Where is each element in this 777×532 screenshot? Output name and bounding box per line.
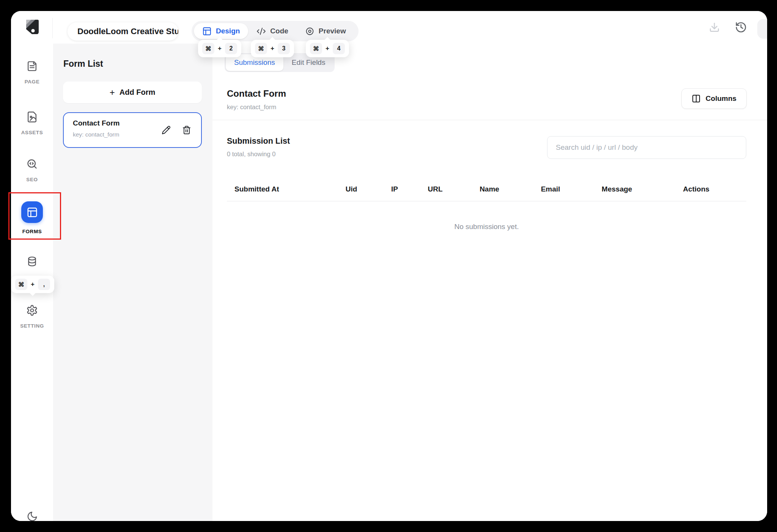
tab-preview-label: Preview [319,27,346,35]
submission-list-summary: 0 total, showing 0 [227,151,275,158]
shortcut-tooltip-design: ⌘ + 2 [198,40,241,57]
columns-button[interactable]: Columns [681,88,747,109]
col-url[interactable]: URL [428,185,442,193]
sidebar-rail: PAGE ASSETS [11,44,53,521]
sidebar-item-seo[interactable]: SEO [11,158,53,182]
col-email[interactable]: Email [541,185,560,193]
plus-separator: + [326,45,329,52]
submission-list-title: Submission List [227,137,290,146]
sidebar-label-forms: FORMS [22,229,42,234]
form-list-title: Form List [63,59,103,69]
trash-icon [182,126,191,135]
submissions-main: Submissions Edit Fields Contact Form key… [212,44,767,521]
sidebar-item-setting[interactable]: SETTING [11,304,53,329]
add-form-button[interactable]: + Add Form [63,82,202,103]
tab-preview[interactable]: Preview [297,23,354,39]
sidebar-label-page: PAGE [25,79,40,85]
app-logo-icon[interactable] [24,19,40,36]
key-3-keycap: 3 [278,43,290,54]
plus-separator: + [218,45,222,52]
page-document-icon [26,60,38,72]
download-icon[interactable] [708,21,720,33]
form-heading-key: key: contact_form [227,104,276,111]
preview-eye-icon [305,27,315,36]
pencil-icon [162,126,171,135]
plus-icon: + [110,88,115,97]
col-submitted-at[interactable]: Submitted At [234,185,279,193]
sidebar-item-assets[interactable]: ASSETS [11,111,53,135]
sidebar-item-database[interactable] [11,256,53,267]
plus-separator: + [271,45,274,52]
cmd-keycap: ⌘ [310,43,322,54]
table-header-row: Submitted At Uid IP URL Name Email Messa… [227,179,746,201]
key-4-keycap: 4 [333,43,345,54]
history-icon[interactable] [735,21,747,33]
col-name[interactable]: Name [480,185,499,193]
comma-keycap: , [38,279,50,290]
section-divider [212,120,767,120]
gear-icon [26,304,38,316]
delete-form-button[interactable] [182,126,191,135]
mode-switcher: Design Code Preview [192,21,359,41]
tab-design-label: Design [216,27,240,35]
plus-separator: + [31,281,35,288]
shortcut-tooltip-settings: ⌘ + , [11,276,54,293]
code-icon [256,27,266,36]
topbar: DoodleLoom Creative Stu Design Code [11,11,767,44]
columns-label: Columns [706,94,736,103]
design-layout-icon [202,27,212,36]
assets-image-icon [26,111,38,123]
cmd-keycap: ⌘ [255,43,267,54]
col-actions[interactable]: Actions [683,185,709,193]
sidebar-label-setting: SETTING [20,323,44,329]
key-2-keycap: 2 [225,43,237,54]
tab-design[interactable]: Design [194,23,248,39]
edge-cropped-button[interactable] [757,19,767,39]
seo-search-code-icon [26,158,38,170]
forms-layout-icon [21,201,43,223]
shortcut-tooltip-code: ⌘ + 3 [251,40,294,57]
database-icon [26,256,38,267]
cmd-keycap: ⌘ [15,279,27,290]
cmd-keycap: ⌘ [202,43,214,54]
add-form-label: Add Form [120,88,155,97]
col-ip[interactable]: IP [391,185,398,193]
columns-icon [692,94,701,103]
moon-icon [27,511,38,521]
submissions-table: Submitted At Uid IP URL Name Email Messa… [227,179,746,231]
form-card-contact-form[interactable]: Contact Form key: contact_form [63,112,202,148]
sidebar-item-page[interactable]: PAGE [11,60,53,85]
site-title-input[interactable]: DoodleLoom Creative Stu [68,22,178,41]
sidebar-label-seo: SEO [26,177,38,182]
sidebar-item-forms[interactable]: FORMS [11,201,53,234]
topbar-divider [52,18,53,38]
theme-toggle[interactable] [11,511,53,521]
col-message[interactable]: Message [602,185,632,193]
form-list-panel: Form List + Add Form Contact Form key: c… [53,44,212,521]
search-input[interactable] [547,136,746,159]
app-window: DoodleLoom Creative Stu Design Code [11,11,767,521]
tab-code-label: Code [270,27,288,35]
shortcut-tooltip-preview: ⌘ + 4 [306,40,349,57]
form-heading: Contact Form [227,88,286,99]
empty-state-message: No submissions yet. [227,223,746,231]
col-uid[interactable]: Uid [346,185,357,193]
edit-form-button[interactable] [162,126,171,135]
sidebar-label-assets: ASSETS [21,130,43,135]
